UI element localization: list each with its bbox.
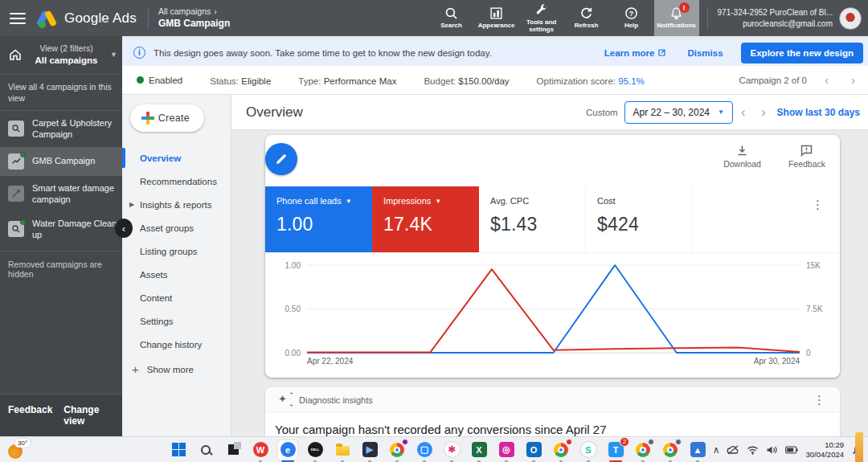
chevron-down-icon: ▼ [718, 108, 724, 116]
sidebar-campaign-item[interactable]: GMB Campaign [0, 147, 122, 176]
show-more-button[interactable]: + Show more [132, 362, 231, 376]
task-view-glyph [228, 444, 239, 455]
sidebar-collapse-button[interactable]: ‹ [115, 219, 133, 238]
onedrive-icon[interactable] [727, 445, 739, 455]
taskbar-clock[interactable]: 10:29 30/04/2024 [805, 440, 844, 460]
svg-text:0: 0 [806, 349, 811, 358]
edge-panel-accent[interactable] [855, 432, 863, 462]
subnav-item-overview[interactable]: Overview [122, 146, 231, 170]
subnav-item-insights-reports[interactable]: ▶Insights & reports [122, 193, 231, 216]
open-app-indicator [696, 460, 699, 462]
feedback-link[interactable]: Feedback [8, 404, 52, 427]
chrome-profile-icon[interactable] [633, 440, 653, 460]
sidebar-campaign-item[interactable]: Carpet & Upholstery Campaign [0, 111, 122, 147]
metric-label: Avg. CPC [490, 196, 585, 206]
media-app-icon[interactable]: ▶ [360, 440, 379, 460]
slack-icon[interactable]: ✻ [442, 440, 461, 460]
chrome-logo-icon [663, 443, 678, 457]
pencil-icon [275, 153, 288, 166]
previous-period-icon[interactable]: ‹ [733, 105, 753, 120]
breadcrumb[interactable]: All campaigns› GMB Campaign [158, 6, 230, 29]
edge-browser-icon[interactable]: e [278, 440, 297, 460]
metric-card-cost[interactable]: Cost$424 [586, 186, 693, 252]
metric-value: $424 [597, 214, 692, 235]
date-range-picker[interactable]: Apr 22 – 30, 2024 ▼ [624, 101, 733, 124]
svg-text:7.5K: 7.5K [806, 305, 823, 313]
zoom-icon[interactable]: ▢ [415, 440, 434, 460]
view-note[interactable]: View all 4 campaigns in this view [0, 75, 122, 111]
notifications-button[interactable]: Notifications! [654, 0, 699, 36]
dismiss-button[interactable]: Dismiss [687, 48, 723, 58]
windows-logo-icon [172, 443, 186, 456]
view-selector[interactable]: View (2 filters) All campaigns ▼ [0, 36, 122, 75]
volume-icon[interactable] [766, 445, 778, 455]
campaign-enabled-toggle[interactable]: Enabled [137, 76, 182, 85]
tools-and-settings-button[interactable]: Tools and settings [519, 0, 564, 36]
view-filter-value: All campaigns [23, 55, 110, 67]
avatar[interactable] [839, 7, 862, 30]
download-button[interactable]: Download [723, 145, 761, 169]
show-last-30-days-link[interactable]: Show last 30 days [777, 107, 860, 118]
chrome-profile2-icon[interactable] [661, 440, 680, 460]
task-view-icon[interactable] [223, 440, 243, 460]
metric-card-phone-call-leads[interactable]: Phone call leads▼1.00 [265, 186, 372, 252]
excel-icon[interactable]: X [469, 440, 489, 460]
appearance-button[interactable]: Appearance [474, 0, 519, 36]
metric-value: 17.4K [383, 214, 479, 235]
surfshark-icon[interactable]: S [579, 440, 598, 460]
subnav-item-content[interactable]: Content [122, 286, 231, 309]
wifi-icon[interactable] [747, 445, 759, 455]
explore-new-design-button[interactable]: Explore the new design [741, 43, 863, 63]
app-glyph: DELL [308, 442, 323, 457]
menu-icon[interactable] [10, 13, 26, 24]
metric-card-avg-cpc[interactable]: Avg. CPC$1.43 [479, 186, 586, 252]
help-button[interactable]: ?Help [609, 0, 654, 36]
tray-expand-icon[interactable]: ∧ [713, 444, 720, 456]
app-glyph: ▢ [417, 442, 432, 457]
photos-app-icon[interactable]: ▲ [688, 440, 707, 460]
instagram-icon[interactable]: ◎ [497, 440, 516, 460]
status-bar-value[interactable]: 95.1% [618, 76, 645, 86]
account-line1: 971-324-2952 PuroClean of Bl... [718, 7, 833, 18]
previous-campaign-icon[interactable]: ‹ [820, 73, 833, 87]
start-button[interactable] [169, 440, 188, 460]
app-glyph: ▲ [690, 442, 706, 457]
learn-more-link[interactable]: Learn more [604, 48, 667, 58]
subnav-item-settings[interactable]: Settings [122, 309, 231, 333]
breadcrumb-parent[interactable]: All campaigns [158, 6, 211, 17]
next-campaign-icon[interactable]: › [846, 73, 860, 87]
subnav-item-recommendations[interactable]: Recommendations [122, 170, 231, 193]
subnav-item-listing-groups[interactable]: Listing groups [122, 239, 231, 263]
metric-card-impressions[interactable]: Impressions▼17.4K [372, 186, 479, 252]
feedback-button[interactable]: Feedback [788, 145, 825, 169]
wps-office-icon[interactable]: W [251, 440, 270, 460]
account-info[interactable]: 971-324-2952 PuroClean of Bl... puroclea… [707, 7, 833, 29]
subnav-item-assets[interactable]: Assets [122, 263, 231, 286]
edit-chart-button[interactable] [265, 143, 297, 175]
create-button[interactable]: Create [130, 104, 204, 132]
weather-widget[interactable]: 30° [3, 438, 40, 462]
dell-app-icon[interactable]: DELL [305, 440, 325, 460]
subnav-item-change-history[interactable]: Change history [122, 333, 231, 356]
kebab-menu-icon[interactable]: ⋮ [813, 393, 825, 407]
performance-line-chart[interactable]: 1.000.500.0015K7.5K0Apr 22, 2024Apr 30, … [273, 257, 832, 370]
campaign-list: Carpet & Upholstery CampaignGMB Campaign… [0, 111, 122, 247]
file-explorer-icon[interactable] [333, 440, 352, 460]
next-period-icon[interactable]: › [753, 105, 773, 120]
refresh-button[interactable]: Refresh [564, 0, 609, 36]
sidebar-campaign-item[interactable]: Water Damage Clean up [0, 211, 122, 247]
subnav-item-asset-groups[interactable]: Asset groups [122, 216, 231, 239]
open-app-indicator [532, 460, 535, 462]
search-button[interactable]: Search [429, 0, 474, 36]
battery-icon[interactable] [785, 446, 798, 454]
outlook-icon[interactable]: O [524, 440, 543, 460]
taskbar-search-icon[interactable] [196, 440, 215, 460]
chrome-badged-icon[interactable] [551, 440, 571, 460]
svg-text:0.00: 0.00 [285, 349, 301, 358]
topbar-nav-label: Help [624, 22, 638, 29]
sidebar-campaign-item[interactable]: Smart water damage campaign [0, 176, 122, 212]
kebab-menu-icon[interactable]: ⋮ [812, 198, 824, 212]
chrome-icon[interactable] [387, 440, 407, 460]
change-view-link[interactable]: Change view [63, 404, 114, 427]
trello-new-icon[interactable]: T2 [606, 440, 625, 460]
